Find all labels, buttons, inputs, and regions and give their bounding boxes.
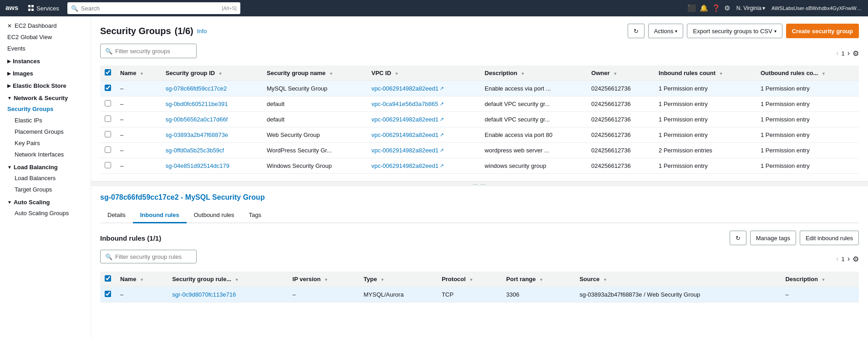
row-checkbox-cell[interactable] bbox=[100, 112, 116, 127]
manage-tags-button[interactable]: Manage tags bbox=[750, 231, 796, 245]
settings-icon[interactable]: ⚙ bbox=[724, 4, 730, 12]
aws-logo[interactable]: aws bbox=[5, 4, 20, 13]
inbound-table-row[interactable]: – sgr-0c9d8070fc113e716 – MYSQL/Aurora T… bbox=[100, 287, 859, 303]
global-search-input[interactable] bbox=[81, 5, 219, 12]
sidebar-item-events[interactable]: Events bbox=[0, 43, 91, 54]
row-vpc-id[interactable]: vpc-0062914982a82eed1 ↗ bbox=[367, 143, 480, 158]
filter-input[interactable] bbox=[115, 48, 192, 55]
refresh-button[interactable]: ↻ bbox=[628, 24, 645, 38]
global-search-bar[interactable]: 🔍 [Alt+S] bbox=[67, 2, 240, 14]
inbound-row-rule-id[interactable]: sgr-0c9d8070fc113e716 bbox=[168, 287, 288, 303]
page-title-text: Security Groups bbox=[100, 26, 171, 36]
sidebar-item-security-groups[interactable]: Security Groups bbox=[0, 103, 91, 115]
sidebar-item-load-balancers[interactable]: Load Balancers bbox=[0, 172, 91, 184]
tab-details[interactable]: Details bbox=[100, 208, 133, 223]
page-number: 1 bbox=[841, 50, 844, 57]
table-row[interactable]: – sg-04e851d92514dc179 Windows Security … bbox=[100, 158, 859, 174]
region-selector[interactable]: N. Virginia ▾ bbox=[734, 4, 768, 12]
table-row[interactable]: – sg-078c66fd59cc17ce2 MySQL Security Gr… bbox=[100, 81, 859, 96]
row-checkbox[interactable] bbox=[105, 131, 111, 137]
select-all-header[interactable] bbox=[100, 66, 116, 81]
bell-icon[interactable]: 🔔 bbox=[700, 4, 708, 12]
row-vpc-id[interactable]: vpc-0062914982a82eed1 ↗ bbox=[367, 112, 480, 127]
export-button[interactable]: Export security groups to CSV ▾ bbox=[687, 24, 782, 38]
row-checkbox[interactable] bbox=[105, 116, 111, 122]
row-sg-id[interactable]: sg-0bd0fc605211be391 bbox=[161, 96, 262, 112]
inbound-select-all-checkbox[interactable] bbox=[105, 275, 111, 282]
create-security-group-button[interactable]: Create security group bbox=[786, 24, 859, 38]
detail-title-link[interactable]: sg-078c66fd59cc17ce2 - MySQL Security Gr… bbox=[100, 193, 265, 201]
top-nav: aws Services 🔍 [Alt+S] ⬛ 🔔 ❓ ⚙ N. Virgin… bbox=[0, 0, 868, 16]
row-vpc-id[interactable]: vpc-0ca941e56d3a7b865 ↗ bbox=[367, 96, 480, 112]
edit-inbound-rules-button[interactable]: Edit inbound rules bbox=[800, 231, 859, 245]
inbound-row-checkbox-cell[interactable] bbox=[100, 287, 116, 303]
table-settings-icon[interactable]: ⚙ bbox=[853, 49, 859, 58]
tab-inbound-rules[interactable]: Inbound rules bbox=[133, 208, 187, 223]
inbound-filter-input[interactable] bbox=[115, 253, 192, 260]
sidebar-item-key-pairs[interactable]: Key Pairs bbox=[0, 137, 91, 149]
prev-page-button[interactable]: ‹ bbox=[836, 49, 838, 57]
tab-tags[interactable]: Tags bbox=[242, 208, 269, 223]
sidebar-section-instances[interactable]: ▶ Instances bbox=[0, 54, 91, 66]
table-header-row: Name ▼ Security group ID ▼ Security grou… bbox=[100, 66, 859, 81]
sidebar-item-elastic-ips[interactable]: Elastic IPs bbox=[0, 115, 91, 126]
filter-bar[interactable]: 🔍 bbox=[100, 44, 197, 58]
resize-handle[interactable]: — — bbox=[91, 182, 868, 186]
row-sg-id[interactable]: sg-00b56562a0c17d66f bbox=[161, 112, 262, 127]
row-sg-id[interactable]: sg-078c66fd59cc17ce2 bbox=[161, 81, 262, 96]
table-row[interactable]: – sg-00b56562a0c17d66f default vpc-00629… bbox=[100, 112, 859, 127]
sidebar-item-ec2-dashboard[interactable]: ✕ EC2 Dashboard bbox=[0, 20, 91, 31]
row-vpc-id[interactable]: vpc-0062914982a82eed1 ↗ bbox=[367, 158, 480, 174]
actions-button[interactable]: Actions ▾ bbox=[648, 24, 684, 38]
close-icon: ✕ bbox=[7, 23, 12, 29]
sidebar-item-auto-scaling-groups[interactable]: Auto Scaling Groups bbox=[0, 207, 91, 219]
row-checkbox-cell[interactable] bbox=[100, 127, 116, 143]
inbound-row-protocol: TCP bbox=[437, 287, 502, 303]
row-checkbox[interactable] bbox=[105, 146, 111, 153]
info-link[interactable]: Info bbox=[197, 28, 207, 35]
inbound-row-checkbox[interactable] bbox=[105, 291, 111, 297]
row-checkbox-cell[interactable] bbox=[100, 81, 116, 96]
table-row[interactable]: – sg-0ffd0a5b25c3b59cf WordPress Securit… bbox=[100, 143, 859, 158]
inbound-filter-bar[interactable]: 🔍 bbox=[100, 250, 197, 263]
row-checkbox[interactable] bbox=[105, 100, 111, 106]
table-row[interactable]: – sg-0bd0fc605211be391 default vpc-0ca94… bbox=[100, 96, 859, 112]
row-checkbox[interactable] bbox=[105, 162, 111, 168]
row-sg-id[interactable]: sg-04e851d92514dc179 bbox=[161, 158, 262, 174]
sidebar-item-target-groups[interactable]: Target Groups bbox=[0, 184, 91, 195]
row-owner: 024256612736 bbox=[587, 112, 654, 127]
inbound-refresh-button[interactable]: ↻ bbox=[730, 231, 746, 245]
row-checkbox-cell[interactable] bbox=[100, 96, 116, 112]
inbound-prev-page[interactable]: ‹ bbox=[836, 255, 838, 263]
row-sg-id[interactable]: sg-03893a2b47f68873e bbox=[161, 127, 262, 143]
inbound-next-page[interactable]: › bbox=[848, 255, 850, 263]
sidebar-section-images[interactable]: ▶ Images bbox=[0, 66, 91, 79]
row-vpc-id[interactable]: vpc-0062914982a82eed1 ↗ bbox=[367, 81, 480, 96]
row-checkbox[interactable] bbox=[105, 85, 111, 91]
sidebar-section-auto-scaling[interactable]: ▼ Auto Scaling bbox=[0, 195, 91, 207]
sidebar-section-load-balancing[interactable]: ▼ Load Balancing bbox=[0, 160, 91, 172]
row-vpc-id[interactable]: vpc-0062914982a82eed1 ↗ bbox=[367, 127, 480, 143]
select-all-checkbox[interactable] bbox=[105, 69, 111, 76]
sidebar-section-network[interactable]: ▼ Network & Security bbox=[0, 91, 91, 103]
help-icon[interactable]: ❓ bbox=[712, 4, 721, 12]
sidebar-item-network-interfaces[interactable]: Network Interfaces bbox=[0, 149, 91, 160]
row-checkbox-cell[interactable] bbox=[100, 158, 116, 174]
user-menu[interactable]: AWSLabsUser-sBWxhdbx4GyXFnwWzPaopz/d32dd… bbox=[772, 5, 863, 11]
row-outbound-count: 1 Permission entry bbox=[756, 112, 859, 127]
row-sg-id[interactable]: sg-0ffd0a5b25c3b59cf bbox=[161, 143, 262, 158]
table-row[interactable]: – sg-03893a2b47f68873e Web Security Grou… bbox=[100, 127, 859, 143]
sidebar-section-ebs[interactable]: ▶ Elastic Block Store bbox=[0, 79, 91, 91]
row-checkbox-cell[interactable] bbox=[100, 143, 116, 158]
inbound-select-all-header[interactable] bbox=[100, 272, 116, 287]
row-sg-name: WordPress Security Gr... bbox=[262, 143, 367, 158]
terminal-icon[interactable]: ⬛ bbox=[687, 4, 696, 12]
security-groups-section: Security Groups (1/6) Info ↻ Actions ▾ E… bbox=[91, 16, 868, 182]
next-page-button[interactable]: › bbox=[848, 49, 850, 57]
services-button[interactable]: Services bbox=[25, 4, 62, 13]
inbound-table-settings[interactable]: ⚙ bbox=[853, 255, 859, 263]
sidebar-item-placement-groups[interactable]: Placement Groups bbox=[0, 126, 91, 137]
col-type: Type ▼ bbox=[359, 272, 437, 287]
sidebar-item-ec2-global-view[interactable]: EC2 Global View bbox=[0, 31, 91, 43]
tab-outbound-rules[interactable]: Outbound rules bbox=[187, 208, 242, 223]
